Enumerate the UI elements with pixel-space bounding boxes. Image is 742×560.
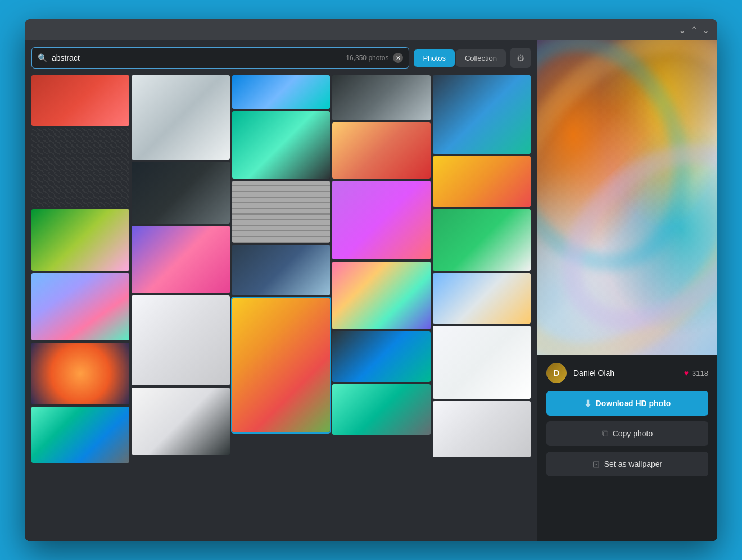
search-input[interactable]: abstract [52, 53, 346, 62]
tab-photos[interactable]: Photos [414, 49, 454, 67]
heart-icon: ♥ [684, 368, 689, 377]
tab-collection[interactable]: Collection [456, 49, 506, 67]
list-item[interactable] [332, 262, 430, 329]
left-panel: 🔍 abstract 16,350 photos ✕ Photos Collec… [25, 40, 537, 541]
svg-point-2 [540, 120, 717, 353]
list-item[interactable] [232, 181, 330, 243]
list-item[interactable] [132, 388, 229, 455]
grid-col-3 [232, 75, 330, 535]
list-item[interactable] [332, 331, 430, 382]
list-item[interactable] [31, 75, 129, 126]
author-row: D Daniel Olah ♥ 3118 [537, 355, 717, 391]
grid-col-2 [132, 75, 229, 535]
swirl-svg [537, 40, 717, 355]
list-item[interactable] [433, 209, 531, 271]
list-item[interactable] [433, 326, 531, 399]
settings-button[interactable]: ⚙ [510, 48, 531, 68]
clear-search-button[interactable]: ✕ [393, 53, 403, 63]
likes-count: ♥ 3118 [684, 368, 708, 377]
download-label: Download HD photo [596, 399, 671, 408]
titlebar: ⌄ ⌃ ⌄ [25, 19, 717, 40]
copy-label: Copy photo [613, 429, 653, 438]
list-item[interactable] [31, 273, 129, 340]
grid-col-5 [433, 75, 531, 535]
list-item[interactable] [31, 128, 129, 207]
chevron-down-icon[interactable]: ⌄ [678, 25, 686, 35]
download-button[interactable]: ⬇ Download HD photo [546, 391, 708, 416]
list-item[interactable] [433, 75, 531, 154]
avatar-face: D [546, 363, 567, 383]
list-item[interactable] [232, 111, 330, 179]
grid-col-1 [31, 75, 129, 535]
list-item[interactable] [31, 343, 129, 404]
photo-grid [31, 75, 531, 535]
list-item[interactable] [332, 75, 430, 120]
photo-count: 16,350 photos [346, 54, 388, 62]
wallpaper-button[interactable]: ⊡ Set as wallpaper [546, 452, 708, 476]
list-item[interactable] [332, 122, 430, 179]
list-item[interactable] [31, 209, 129, 271]
tab-group: Photos Collection [414, 49, 506, 67]
list-item[interactable] [132, 295, 229, 385]
search-bar: 🔍 abstract 16,350 photos ✕ Photos Collec… [31, 47, 531, 69]
author-name: Daniel Olah [573, 368, 684, 377]
list-item[interactable] [433, 273, 531, 324]
main-content: 🔍 abstract 16,350 photos ✕ Photos Collec… [25, 40, 717, 541]
copy-button[interactable]: ⧉ Copy photo [546, 421, 708, 446]
avatar: D [546, 363, 567, 383]
preview-image [537, 40, 717, 355]
likes-number: 3118 [692, 369, 708, 377]
list-item[interactable] [332, 384, 430, 435]
gear-icon: ⚙ [517, 53, 524, 63]
right-panel: D Daniel Olah ♥ 3118 ⬇ Download HD photo… [537, 40, 717, 541]
app-window: ⌄ ⌃ ⌄ 🔍 abstract 16,350 photos ✕ Photos … [25, 19, 717, 541]
wallpaper-label: Set as wallpaper [604, 459, 663, 468]
grid-col-4 [332, 75, 430, 535]
wallpaper-icon: ⊡ [592, 459, 600, 470]
preview-content [537, 40, 717, 355]
list-item[interactable] [132, 162, 229, 224]
chevron-up-icon[interactable]: ⌃ [690, 25, 698, 35]
list-item[interactable] [31, 407, 129, 463]
list-item[interactable] [132, 75, 229, 160]
list-item[interactable] [132, 226, 229, 293]
list-item[interactable] [332, 181, 430, 259]
action-buttons: ⬇ Download HD photo ⧉ Copy photo ⊡ Set a… [537, 391, 717, 485]
list-item[interactable] [433, 401, 531, 457]
list-item[interactable] [232, 245, 330, 295]
download-icon: ⬇ [584, 398, 591, 409]
chevron-down-alt-icon[interactable]: ⌄ [702, 25, 709, 35]
list-item[interactable] [433, 156, 531, 207]
copy-icon: ⧉ [602, 429, 608, 439]
search-input-wrap[interactable]: 🔍 abstract 16,350 photos ✕ [31, 47, 409, 69]
list-item[interactable] [232, 75, 330, 109]
search-icon: 🔍 [38, 53, 47, 62]
list-item[interactable] [232, 298, 330, 432]
